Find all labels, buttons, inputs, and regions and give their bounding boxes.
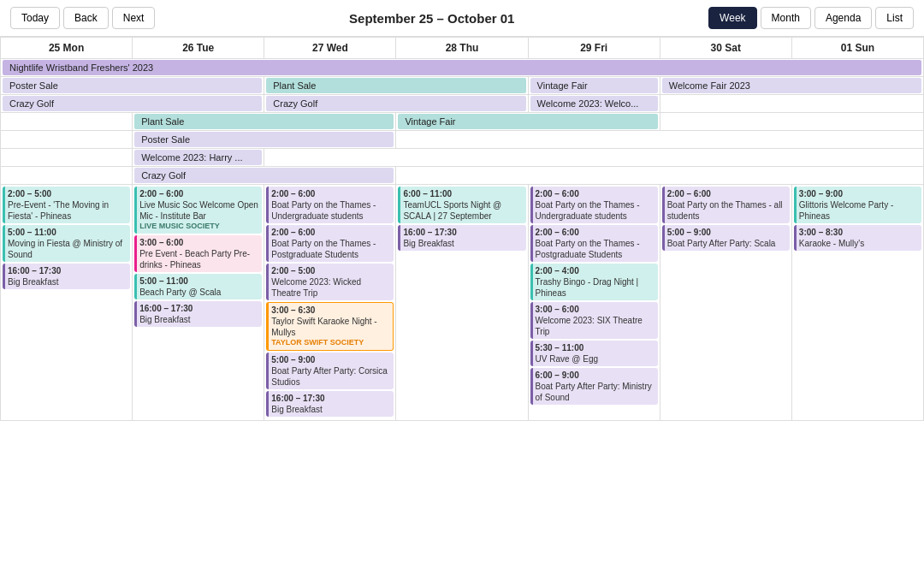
- day-header-thu: 28 Thu: [396, 38, 528, 59]
- banner-vintage-fair-fri[interactable]: Vintage Fair: [530, 78, 658, 93]
- wed-evt-2[interactable]: 2:00 – 6:00 Boat Party on the Thames - P…: [266, 225, 394, 262]
- thursday-events: 6:00 – 11:00 TeamUCL Sports Night @ SCAL…: [396, 185, 528, 421]
- fri-evt-3[interactable]: 2:00 – 4:00 Trashy Bingo - Drag Night | …: [530, 264, 658, 300]
- sat-evt-2[interactable]: 5:00 – 9:00 Boat Party After Party: Scal…: [662, 225, 790, 251]
- mon-evt-2[interactable]: 5:00 – 11:00 Moving in Fiesta @ Ministry…: [3, 225, 130, 262]
- tue-evt-2[interactable]: 3:00 – 6:00 Pre Event - Beach Party Pre-…: [134, 235, 262, 272]
- sun-evt-2[interactable]: 3:00 – 8:30 Karaoke - Mully's: [794, 225, 921, 251]
- tue-evt-1[interactable]: 2:00 – 6:00 Live Music Soc Welcome Open …: [134, 187, 262, 234]
- mon-evt-3[interactable]: 16:00 – 17:30 Big Breakfast: [3, 264, 130, 289]
- agenda-view-button[interactable]: Agenda: [814, 7, 872, 29]
- banner-harry-row: Welcome 2023: Harry ...: [1, 149, 924, 167]
- banner-crazy-golf-tue[interactable]: Crazy Golf: [134, 168, 394, 183]
- banner-welcome-fair-sat[interactable]: Welcome Fair 2023: [662, 78, 921, 93]
- calendar-grid: 25 Mon 26 Tue 27 Wed 28 Thu 29 Fri 30 Sa…: [0, 37, 924, 421]
- banner-poster-sale-mon[interactable]: Poster Sale: [3, 78, 262, 93]
- banner-plant-sale-tue[interactable]: Plant Sale: [134, 114, 394, 129]
- banner-crazy-golf-wed[interactable]: Crazy Golf: [266, 96, 525, 111]
- fri-evt-4[interactable]: 3:00 – 6:00 Welcome 2023: SIX Theatre Tr…: [530, 302, 658, 339]
- day-header-wed: 27 Wed: [264, 38, 396, 59]
- day-header-sat: 30 Sat: [660, 38, 791, 59]
- fri-evt-6[interactable]: 6:00 – 9:00 Boat Party After Party: Mini…: [530, 368, 658, 405]
- tue-evt-4[interactable]: 16:00 – 17:30 Big Breakfast: [134, 301, 262, 327]
- back-button[interactable]: Back: [63, 7, 109, 29]
- friday-events: 2:00 – 6:00 Boat Party on the Thames - U…: [528, 185, 660, 421]
- banner-postersale-tue-row: Poster Sale: [1, 131, 924, 149]
- thu-evt-2[interactable]: 16:00 – 17:30 Big Breakfast: [398, 225, 525, 251]
- banner-nightlife-row: Nightlife Wristband Freshers' 2023: [1, 59, 924, 77]
- banner-welcome-2023-fri[interactable]: Welcome 2023: Welco...: [530, 96, 658, 111]
- day-header-mon: 25 Mon: [1, 38, 133, 59]
- saturday-events: 2:00 – 6:00 Boat Party on the Thames - a…: [660, 185, 791, 421]
- month-view-button[interactable]: Month: [761, 7, 811, 29]
- tue-evt-3[interactable]: 5:00 – 11:00 Beach Party @ Scala: [134, 274, 262, 299]
- wed-evt-5[interactable]: 5:00 – 9:00 Boat Party After Party: Cors…: [266, 353, 394, 389]
- list-view-button[interactable]: List: [875, 7, 914, 29]
- wednesday-events: 2:00 – 6:00 Boat Party on the Thames - U…: [264, 185, 396, 421]
- day-header-tue: 26 Tue: [133, 38, 264, 59]
- thu-evt-1[interactable]: 6:00 – 11:00 TeamUCL Sports Night @ SCAL…: [398, 187, 525, 223]
- banner-poster-sale-tue[interactable]: Poster Sale: [134, 132, 394, 147]
- calendar-title: September 25 – October 01: [155, 11, 708, 26]
- wed-evt-1[interactable]: 2:00 – 6:00 Boat Party on the Thames - U…: [266, 187, 394, 223]
- wed-evt-6[interactable]: 16:00 – 17:30 Big Breakfast: [266, 391, 394, 417]
- nav-buttons: Today Back Next: [10, 7, 155, 29]
- banner-crazygolf-row: Crazy Golf Crazy Golf Welcome 2023: Welc…: [1, 95, 924, 113]
- day-header-fri: 29 Fri: [528, 38, 660, 59]
- today-button[interactable]: Today: [10, 7, 60, 29]
- view-switcher: Week Month Agenda List: [708, 7, 914, 29]
- banner-crazygolf-tue-row: Crazy Golf: [1, 167, 924, 185]
- banner-crazy-golf-mon[interactable]: Crazy Golf: [3, 96, 262, 111]
- sun-evt-1[interactable]: 3:00 – 9:00 Glittoris Welcome Party - Ph…: [794, 187, 921, 223]
- fri-evt-2[interactable]: 2:00 – 6:00 Boat Party on the Thames - P…: [530, 225, 658, 262]
- banner-nightlife[interactable]: Nightlife Wristband Freshers' 2023: [3, 60, 921, 75]
- banner-welcome-harry[interactable]: Welcome 2023: Harry ...: [134, 150, 262, 165]
- monday-events: 2:00 – 5:00 Pre-Event - 'The Moving in F…: [1, 185, 133, 421]
- events-row: 2:00 – 5:00 Pre-Event - 'The Moving in F…: [1, 185, 924, 421]
- fri-evt-5[interactable]: 5:30 – 11:00 UV Rave @ Egg: [530, 341, 658, 366]
- sunday-events: 3:00 – 9:00 Glittoris Welcome Party - Ph…: [791, 185, 923, 421]
- fri-evt-1[interactable]: 2:00 – 6:00 Boat Party on the Thames - U…: [530, 187, 658, 223]
- wed-evt-4[interactable]: 3:00 – 6:30 Taylor Swift Karaoke Night -…: [266, 302, 394, 351]
- week-view-button[interactable]: Week: [708, 7, 756, 29]
- banner-vintage-fair-thu[interactable]: Vintage Fair: [398, 114, 657, 129]
- banner-plantsale-tue-row: Plant Sale Vintage Fair: [1, 113, 924, 131]
- mon-evt-1[interactable]: 2:00 – 5:00 Pre-Event - 'The Moving in F…: [3, 187, 130, 223]
- day-header-sun: 01 Sun: [791, 38, 923, 59]
- next-button[interactable]: Next: [112, 7, 156, 29]
- wed-evt-3[interactable]: 2:00 – 5:00 Welcome 2023: Wicked Theatre…: [266, 264, 394, 300]
- sat-evt-1[interactable]: 2:00 – 6:00 Boat Party on the Thames - a…: [662, 187, 790, 223]
- calendar-header: Today Back Next September 25 – October 0…: [0, 0, 924, 37]
- tuesday-events: 2:00 – 6:00 Live Music Soc Welcome Open …: [133, 185, 264, 421]
- banner-plant-sale-wed[interactable]: Plant Sale: [266, 78, 525, 93]
- banner-postersale-row: Poster Sale Plant Sale Vintage Fair Welc…: [1, 77, 924, 95]
